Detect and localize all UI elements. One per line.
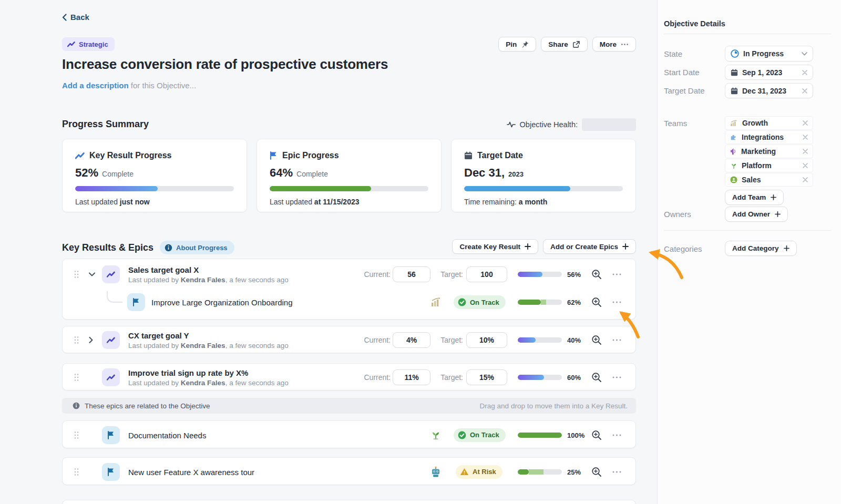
chevron-down-icon[interactable] xyxy=(89,272,95,276)
categories-label: Categories xyxy=(664,244,702,253)
back-button[interactable]: Back xyxy=(62,13,89,22)
zoom-in-icon[interactable] xyxy=(591,372,602,383)
chevron-left-icon xyxy=(62,14,67,21)
team-item[interactable]: Marketing xyxy=(725,145,813,158)
remove-icon[interactable] xyxy=(803,163,808,168)
current-value-input[interactable] xyxy=(393,266,430,282)
current-value-input[interactable] xyxy=(393,332,430,348)
growth-chart-icon xyxy=(430,297,442,307)
banner-text: These epics are related to the Objective xyxy=(85,402,210,410)
add-category-button[interactable]: Add Category xyxy=(725,241,797,256)
plus-icon xyxy=(771,194,776,200)
zoom-in-icon[interactable] xyxy=(591,430,602,440)
zoom-in-icon[interactable] xyxy=(591,467,602,477)
status-label: On Track xyxy=(470,299,499,306)
row-percent: 100% xyxy=(567,431,591,439)
epic-flag-icon xyxy=(102,426,120,444)
drag-handle-icon[interactable] xyxy=(74,374,79,382)
robot-icon xyxy=(430,466,441,478)
row-more-icon[interactable] xyxy=(612,376,621,378)
plus-icon xyxy=(525,243,531,250)
pushpin-icon xyxy=(521,40,529,48)
add-description-link[interactable]: Add a description xyxy=(62,81,129,90)
target-date-card: Target Date Dec 31,2023 Time remaining: … xyxy=(451,139,636,212)
start-date-label: Start Date xyxy=(664,68,700,77)
about-progress-label: About Progress xyxy=(176,244,228,252)
more-button[interactable]: More xyxy=(592,37,636,52)
card-value-suffix: 2023 xyxy=(508,170,524,178)
add-or-create-epics-button[interactable]: Add or Create Epics xyxy=(543,239,636,254)
about-progress-pill[interactable]: About Progress xyxy=(160,241,234,254)
plus-icon xyxy=(784,245,789,251)
row-progress-bar xyxy=(518,300,562,305)
seedling-icon xyxy=(430,430,441,440)
row-more-icon[interactable] xyxy=(612,273,621,275)
chevron-right-icon[interactable] xyxy=(89,337,93,343)
row-progress-bar xyxy=(518,433,562,438)
nested-epic-row[interactable]: Improve Large Organization Onboarding On… xyxy=(63,289,635,315)
remove-icon[interactable] xyxy=(803,135,808,140)
epic-flag-icon xyxy=(127,293,145,311)
target-date-field[interactable]: Dec 31, 2023 xyxy=(725,83,813,98)
epic-row[interactable]: Documentation Needs On Track 100% xyxy=(63,421,635,449)
row-more-icon[interactable] xyxy=(612,471,621,473)
objective-health: Objective Health: xyxy=(507,118,636,131)
team-name: Integrations xyxy=(742,133,784,141)
back-label: Back xyxy=(70,13,89,22)
page-title: Increase conversion rate of prospective … xyxy=(62,56,388,73)
target-value-input[interactable] xyxy=(466,369,507,385)
key-result-row[interactable]: Improve trial sign up rate by X% Last up… xyxy=(63,364,635,391)
current-value-input[interactable] xyxy=(393,369,430,385)
ellipsis-icon xyxy=(621,43,629,46)
related-epics-banner: These epics are related to the Objective… xyxy=(62,398,636,414)
row-updated: Last updated by Kendra Fales, a few seco… xyxy=(128,275,289,283)
team-item[interactable]: Growth xyxy=(725,116,813,130)
team-item[interactable]: Sales xyxy=(725,173,813,187)
team-name: Platform xyxy=(742,161,772,170)
team-name: Sales xyxy=(742,176,761,184)
health-label: Objective Health: xyxy=(520,120,578,129)
team-name: Marketing xyxy=(741,147,776,156)
state-dropdown[interactable]: In Progress xyxy=(725,46,813,61)
target-value-input[interactable] xyxy=(466,266,507,282)
check-circle-icon xyxy=(458,431,466,439)
drag-handle-icon[interactable] xyxy=(74,468,79,476)
share-button[interactable]: Share xyxy=(541,37,588,52)
target-value-input[interactable] xyxy=(466,332,507,348)
row-more-icon[interactable] xyxy=(612,339,621,341)
clear-icon[interactable] xyxy=(802,88,807,94)
row-more-icon[interactable] xyxy=(612,434,621,436)
create-key-result-button[interactable]: Create Key Result xyxy=(452,239,538,254)
add-team-button[interactable]: Add Team xyxy=(725,190,784,205)
drag-handle-icon[interactable] xyxy=(74,431,79,439)
progress-bar xyxy=(464,186,623,191)
clear-icon[interactable] xyxy=(802,70,807,75)
drag-handle-icon[interactable] xyxy=(74,336,79,344)
zoom-in-icon[interactable] xyxy=(591,297,602,307)
row-title: Documentation Needs xyxy=(128,430,206,439)
remove-icon[interactable] xyxy=(803,120,808,126)
key-result-card: Sales target goal X Last updated by Kend… xyxy=(62,259,636,320)
team-item[interactable]: Integrations xyxy=(725,130,813,144)
row-title: CX target goal Y xyxy=(128,331,289,340)
key-result-row[interactable]: Sales target goal X Last updated by Kend… xyxy=(63,259,635,289)
add-owner-button[interactable]: Add Owner xyxy=(725,207,788,222)
remove-icon[interactable] xyxy=(803,149,808,154)
zoom-in-icon[interactable] xyxy=(591,269,602,280)
epic-row[interactable]: New user Feature X awareness tour At Ris… xyxy=(63,458,635,486)
zoom-in-icon[interactable] xyxy=(591,335,602,345)
state-value: In Progress xyxy=(743,49,784,58)
start-date-field[interactable]: Sep 1, 2023 xyxy=(725,65,813,80)
remove-icon[interactable] xyxy=(803,177,808,182)
key-result-icon xyxy=(102,265,120,283)
row-more-icon[interactable] xyxy=(612,301,621,303)
pin-button[interactable]: Pin xyxy=(498,37,536,52)
state-label: State xyxy=(664,49,682,58)
drag-handle-icon[interactable] xyxy=(74,270,79,278)
key-result-row[interactable]: CX target goal Y Last updated by Kendra … xyxy=(63,326,635,354)
target-date-value: Dec 31, 2023 xyxy=(742,87,786,95)
team-item[interactable]: Platform xyxy=(725,159,813,172)
status-badge: At Risk xyxy=(456,465,502,479)
strategic-badge: Strategic xyxy=(62,37,115,51)
status-label: At Risk xyxy=(473,468,496,476)
